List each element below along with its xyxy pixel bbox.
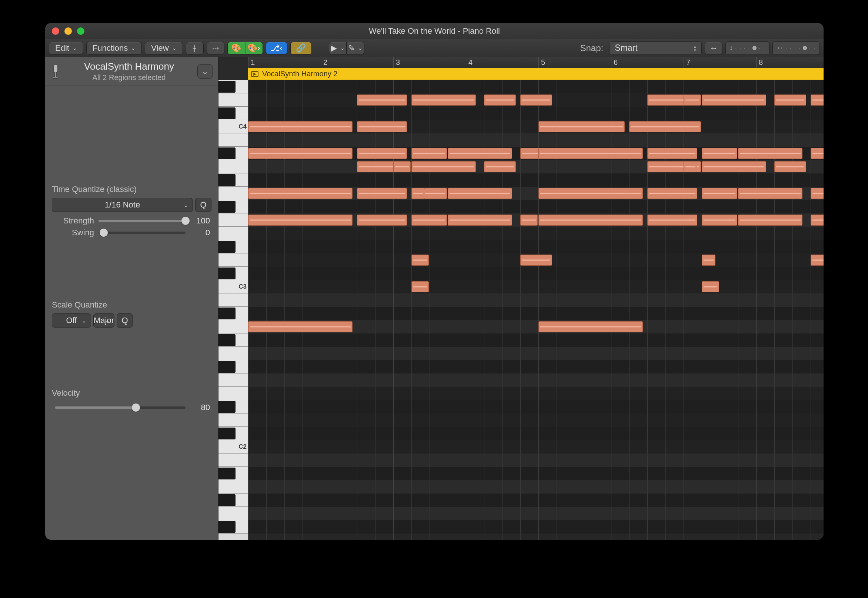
midi-note[interactable]	[393, 161, 411, 172]
ruler-bar-5[interactable]: 5	[538, 57, 545, 68]
midi-note[interactable]	[484, 94, 516, 106]
midi-note[interactable]	[647, 215, 697, 226]
midi-note[interactable]	[448, 215, 512, 226]
pointer-tool[interactable]: ▶⌄	[329, 42, 347, 54]
ruler-bar-6[interactable]: 6	[611, 57, 617, 68]
scale-apply-button[interactable]: Q	[117, 314, 133, 327]
midi-in-button[interactable]: 🎨	[227, 42, 245, 54]
edit-menu[interactable]: Edit ⌄	[49, 42, 84, 54]
piano-key-black[interactable]	[218, 521, 236, 533]
piano-key-black[interactable]	[218, 201, 236, 213]
slider-thumb[interactable]	[132, 404, 140, 412]
piano-key-black[interactable]	[218, 241, 236, 253]
piano-key[interactable]	[218, 507, 248, 520]
midi-note[interactable]	[538, 148, 643, 159]
piano-key[interactable]	[218, 160, 248, 173]
midi-note[interactable]	[702, 215, 737, 226]
piano-key[interactable]	[218, 187, 248, 200]
piano-key[interactable]	[218, 320, 248, 333]
midi-note[interactable]	[412, 148, 447, 159]
midi-note[interactable]	[647, 148, 697, 159]
link-button[interactable]: 🔗	[290, 42, 312, 54]
midi-note[interactable]	[538, 188, 643, 199]
piano-key[interactable]	[218, 253, 248, 267]
scale-type-select[interactable]: Major ⌄	[93, 314, 115, 327]
midi-note[interactable]	[647, 188, 697, 199]
midi-note[interactable]	[538, 321, 643, 332]
midi-out-button[interactable]: 🎨›	[245, 42, 263, 54]
midi-note[interactable]	[357, 188, 407, 199]
vertical-zoom[interactable]: ↕ · · · · · ·	[725, 42, 770, 55]
piano-key[interactable]	[218, 293, 248, 307]
automation-button[interactable]: ⎇‹	[266, 42, 287, 54]
piano-key-black[interactable]	[218, 174, 236, 186]
scale-onoff-select[interactable]: Off ⌄	[52, 314, 91, 327]
piano-keyboard[interactable]: C4C3C2	[218, 80, 248, 540]
piano-key[interactable]	[218, 414, 248, 427]
piano-key-black[interactable]	[218, 148, 236, 159]
midi-note[interactable]	[811, 215, 823, 226]
midi-note[interactable]	[357, 121, 407, 132]
midi-note[interactable]	[629, 121, 701, 132]
zoom-handle[interactable]	[803, 46, 807, 50]
midi-note[interactable]	[684, 94, 701, 106]
piano-key-black[interactable]	[218, 268, 236, 280]
midi-note[interactable]	[357, 148, 407, 159]
midi-note[interactable]	[702, 254, 716, 266]
piano-key-black[interactable]	[218, 494, 236, 506]
midi-note[interactable]	[357, 94, 407, 106]
ruler-bar-3[interactable]: 3	[393, 57, 400, 68]
piano-key[interactable]	[218, 453, 248, 467]
zoom-icon[interactable]	[77, 27, 84, 35]
piano-key[interactable]	[218, 387, 248, 400]
piano-key[interactable]	[218, 374, 248, 387]
slider-thumb[interactable]	[182, 217, 189, 225]
midi-note[interactable]	[248, 188, 352, 199]
piano-key[interactable]	[218, 227, 248, 240]
piano-key-black[interactable]	[218, 81, 236, 93]
midi-note[interactable]	[412, 254, 429, 266]
midi-note[interactable]	[702, 148, 737, 159]
midi-note[interactable]	[248, 148, 352, 159]
ruler-bar-1[interactable]: 1	[248, 57, 255, 68]
ruler-bar-4[interactable]: 4	[466, 57, 473, 68]
midi-note[interactable]	[811, 254, 823, 266]
midi-note[interactable]	[538, 215, 643, 226]
piano-key[interactable]	[218, 133, 248, 147]
minimize-icon[interactable]	[64, 27, 72, 35]
midi-note[interactable]	[738, 148, 802, 159]
midi-grid[interactable]	[248, 80, 823, 540]
piano-key[interactable]	[218, 347, 248, 360]
timeline-ruler[interactable]: 12345678	[248, 57, 823, 68]
midi-note[interactable]	[811, 94, 823, 106]
midi-note[interactable]	[357, 215, 407, 226]
midi-note[interactable]	[520, 215, 538, 226]
midi-note[interactable]	[702, 188, 737, 199]
swing-slider[interactable]	[98, 232, 185, 234]
piano-key-black[interactable]	[218, 108, 236, 119]
ruler-bar-8[interactable]: 8	[756, 57, 763, 68]
midi-note[interactable]	[448, 188, 512, 199]
piano-key-black[interactable]	[218, 308, 236, 319]
view-menu[interactable]: View ⌄	[145, 42, 183, 54]
midi-note[interactable]	[811, 188, 823, 199]
midi-note[interactable]	[702, 161, 766, 172]
midi-note[interactable]	[248, 121, 352, 132]
midi-note[interactable]	[412, 281, 429, 292]
midi-note[interactable]	[738, 215, 802, 226]
midi-note[interactable]	[484, 161, 516, 172]
quantize-value-select[interactable]: 1/16 Note ⌄	[52, 198, 193, 212]
close-icon[interactable]	[52, 27, 59, 35]
midi-note[interactable]	[774, 161, 806, 172]
snap-select[interactable]: Smart ▴▾	[609, 42, 702, 55]
midi-note[interactable]	[684, 161, 697, 172]
pencil-tool[interactable]: ✎⌄	[347, 42, 364, 54]
piano-key[interactable]	[218, 480, 248, 493]
snap-fit-button[interactable]: ↔	[705, 42, 722, 54]
collapse-button[interactable]: ⟊	[186, 42, 204, 54]
midi-note[interactable]	[702, 281, 719, 292]
piano-key[interactable]	[218, 214, 248, 227]
catch-button[interactable]: ⤏	[207, 42, 224, 54]
piano-key[interactable]	[218, 93, 248, 107]
piano-key-black[interactable]	[218, 361, 236, 373]
